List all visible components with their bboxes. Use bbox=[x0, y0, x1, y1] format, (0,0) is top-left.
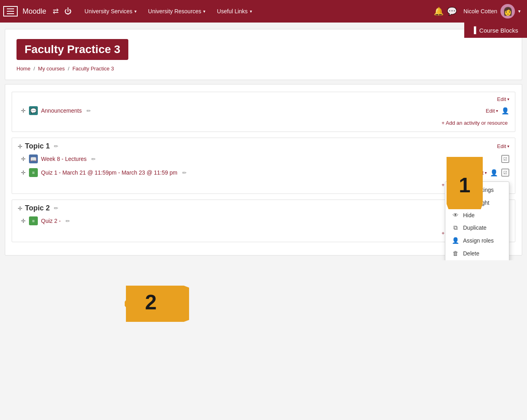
person-icon[interactable]: 👤 bbox=[490, 169, 498, 177]
book-icon: 📖 bbox=[29, 154, 38, 163]
person-icon[interactable]: 👤 bbox=[501, 107, 509, 115]
messages-chat-icon[interactable]: 💬 bbox=[447, 6, 457, 16]
chevron-down-icon: ▾ bbox=[485, 171, 487, 175]
breadcrumb-home[interactable]: Home bbox=[16, 66, 31, 72]
navbar-links: University Services ▾ University Resourc… bbox=[79, 0, 258, 23]
dropdown-delete[interactable]: 🗑 Delete bbox=[445, 247, 509, 259]
activity-name-quiz1[interactable]: Quiz 1 - March 21 @ 11:59pm - March 23 @… bbox=[41, 169, 177, 176]
user-menu[interactable]: Nicole Cotten 👩 ▾ bbox=[460, 4, 524, 19]
completion-checkbox[interactable]: ☑ bbox=[501, 155, 509, 163]
breadcrumb-separator: / bbox=[33, 66, 36, 72]
pencil-icon[interactable]: ✏ bbox=[54, 205, 58, 211]
section-title: Topic 1 bbox=[25, 142, 50, 150]
breadcrumb: Home / My courses / Faculty Practice 3 bbox=[16, 66, 511, 72]
activity-right: Edit ▾ 👤 ☑ bbox=[475, 169, 509, 177]
dropdown-item-label: Move right bbox=[463, 200, 489, 206]
drag-handle-icon[interactable]: ✛ bbox=[18, 205, 23, 212]
trash-icon: 🗑 bbox=[452, 250, 459, 257]
university-resources-link[interactable]: University Resources ▾ bbox=[142, 0, 211, 23]
dropdown-item-label: Edit settings bbox=[463, 187, 494, 193]
list-item: ✛ ≡ Quiz 1 - March 21 @ 11:59pm - March … bbox=[18, 166, 509, 179]
section-title-row: ✛ Topic 1 ✏ bbox=[18, 142, 58, 150]
activity-edit-button[interactable]: Edit ▾ bbox=[486, 108, 498, 114]
section-edit-button[interactable]: Edit ▾ bbox=[497, 143, 509, 149]
quiz-icon: ≡ bbox=[29, 168, 38, 177]
activity-edit-button[interactable]: Edit ▾ bbox=[475, 170, 487, 176]
brand-logo[interactable]: Moodle bbox=[23, 7, 46, 16]
add-activity-link[interactable]: + Add an activity or resource bbox=[18, 228, 509, 237]
list-item: ✛ 💬 Announcements ✏ Edit ▾ 👤 bbox=[18, 104, 509, 117]
chevron-down-icon: ▾ bbox=[134, 9, 137, 14]
dropdown-item-label: Delete bbox=[463, 250, 479, 257]
completion-checkbox[interactable]: ☑ bbox=[501, 169, 509, 177]
course-title-badge: Faculty Practice 3 bbox=[16, 39, 128, 60]
notifications-bell-icon[interactable]: 🔔 bbox=[434, 6, 444, 16]
section-title: Topic 2 bbox=[25, 204, 50, 212]
breadcrumb-my-courses[interactable]: My courses bbox=[38, 66, 65, 72]
dropdown-edit-settings[interactable]: ⚙ Edit settings bbox=[445, 183, 509, 196]
activity-name-quiz2[interactable]: Quiz 2 - bbox=[41, 218, 61, 224]
dropdown-duplicate[interactable]: ⧉ Duplicate bbox=[445, 221, 509, 234]
pencil-icon[interactable]: ✏ bbox=[91, 156, 96, 162]
quiz-icon: ≡ bbox=[29, 216, 38, 225]
chevron-down-icon: ▾ bbox=[203, 9, 206, 14]
section-topic2: ✛ Topic 2 ✏ Edit ▾ ✛ ≡ Quiz 2 - ✏ 👤 ☑ + … bbox=[12, 200, 515, 242]
section-header: ✛ Topic 1 ✏ Edit ▾ bbox=[18, 142, 509, 150]
drag-handle-icon[interactable]: ✛ bbox=[21, 218, 26, 224]
dropdown-item-label: Hide bbox=[463, 212, 475, 218]
activity-right: ☑ bbox=[501, 155, 509, 163]
edit-label: Edit bbox=[497, 96, 506, 102]
drag-handle-icon[interactable]: ✛ bbox=[21, 107, 26, 114]
dropdown-item-label: Duplicate bbox=[463, 224, 486, 231]
chevron-down-icon: ▾ bbox=[250, 9, 252, 14]
section-header: ✛ Topic 2 ✏ Edit ▾ bbox=[18, 204, 509, 212]
pencil-icon[interactable]: ✏ bbox=[182, 170, 187, 176]
university-services-link[interactable]: University Services ▾ bbox=[79, 0, 142, 23]
forum-icon: 💬 bbox=[29, 106, 38, 115]
arrow-right-icon: → bbox=[452, 199, 459, 206]
avatar: 👩 bbox=[500, 4, 515, 19]
course-blocks-label: Course Blocks bbox=[479, 27, 518, 34]
pencil-icon[interactable]: ✏ bbox=[66, 218, 70, 224]
share-icon[interactable]: ⇄ bbox=[53, 7, 59, 16]
activity-name-announcements[interactable]: Announcements bbox=[41, 107, 82, 114]
user-menu-chevron-icon: ▾ bbox=[518, 8, 521, 14]
dropdown-move-right[interactable]: → Move right bbox=[445, 196, 509, 209]
activity-name-week8[interactable]: Week 8 - Lectures bbox=[41, 156, 86, 162]
breadcrumb-section: Faculty Practice 3 Home / My courses / F… bbox=[5, 29, 522, 80]
power-icon[interactable]: ⏻ bbox=[64, 7, 72, 16]
hamburger-button[interactable] bbox=[3, 6, 18, 16]
drag-handle-icon[interactable]: ✛ bbox=[21, 169, 26, 176]
main-content: Edit ▾ ✛ 💬 Announcements ✏ Edit ▾ 👤 + Ad… bbox=[5, 84, 522, 255]
section-header: Edit ▾ bbox=[18, 96, 509, 102]
section-edit-button[interactable]: Edit ▾ bbox=[497, 96, 509, 102]
username-label: Nicole Cotten bbox=[463, 8, 497, 14]
list-item: ✛ 📖 Week 8 - Lectures ✏ ☑ bbox=[18, 152, 509, 166]
navbar-right: 🔔 💬 Nicole Cotten 👩 ▾ bbox=[434, 4, 524, 19]
dropdown-assign-roles[interactable]: 👤 Assign roles bbox=[445, 234, 509, 247]
person-icon: 👤 bbox=[452, 237, 459, 244]
drag-handle-icon[interactable]: ✛ bbox=[21, 156, 26, 162]
add-activity-link[interactable]: + Add an activity or resource bbox=[18, 117, 509, 127]
course-blocks-panel[interactable]: ▐ Course Blocks bbox=[464, 23, 527, 38]
section-topic1: ✛ Topic 1 ✏ Edit ▾ ✛ 📖 Week 8 - Lectures… bbox=[12, 138, 515, 194]
dropdown-hide[interactable]: 👁 Hide bbox=[445, 209, 509, 221]
eye-icon: 👁 bbox=[452, 212, 459, 218]
dropdown-item-label: Assign roles bbox=[463, 237, 494, 244]
activity-right: Edit ▾ 👤 bbox=[486, 107, 509, 115]
section-announcements: Edit ▾ ✛ 💬 Announcements ✏ Edit ▾ 👤 + Ad… bbox=[12, 92, 515, 132]
chevron-down-icon: ▾ bbox=[507, 144, 509, 148]
gear-icon: ⚙ bbox=[452, 186, 459, 194]
pencil-icon[interactable]: ✏ bbox=[86, 108, 91, 114]
chevron-down-icon: ▾ bbox=[507, 97, 509, 101]
chevron-down-icon: ▾ bbox=[496, 109, 498, 113]
drag-handle-icon[interactable]: ✛ bbox=[18, 143, 23, 150]
course-blocks-icon: ▐ bbox=[471, 27, 476, 34]
add-activity-link[interactable]: + Add an activity or resource bbox=[18, 179, 509, 189]
pencil-icon[interactable]: ✏ bbox=[54, 143, 58, 149]
navbar: Moodle ⇄ ⏻ University Services ▾ Univers… bbox=[0, 0, 527, 23]
breadcrumb-separator: / bbox=[68, 66, 71, 72]
useful-links-link[interactable]: Useful Links ▾ bbox=[211, 0, 257, 23]
breadcrumb-course[interactable]: Faculty Practice 3 bbox=[72, 66, 114, 72]
section-title-row: ✛ Topic 2 ✏ bbox=[18, 204, 58, 212]
